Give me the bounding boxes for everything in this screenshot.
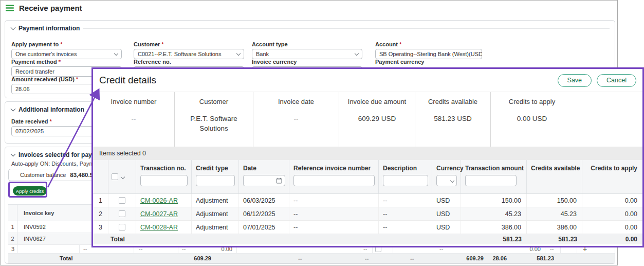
chevron-down-icon: [450, 179, 454, 183]
invoice-key-cell: INV0627: [17, 236, 46, 242]
credit-type-filter-input[interactable]: [196, 175, 235, 186]
page-title: Receive payment: [19, 4, 82, 12]
date-filter-input[interactable]: [243, 175, 285, 186]
invoices-table-total-row: Total 609.29 -- -- -- 609.29 28.06 581.2…: [8, 254, 615, 263]
credits-table-header: Transaction no. Credit type Date: [93, 160, 642, 194]
customer-field: Customer C0021--P.E.T. Software Solution…: [134, 41, 244, 59]
field-label: Account type: [252, 41, 362, 47]
modal-title: Credit details: [99, 75, 156, 86]
apply-payment-to-select[interactable]: One customer's invoices: [11, 49, 122, 59]
column-header: Credits to apply: [586, 165, 637, 172]
credit-details-modal: Credit details Save Cancel Invoice numbe…: [91, 67, 644, 247]
transaction-no-filter-input[interactable]: [140, 175, 188, 186]
screen: Receive payment Payment information Appl…: [0, 0, 644, 266]
invoice-key-cell: INV0592: [17, 224, 46, 230]
transaction-link[interactable]: CM-0026-AR: [140, 197, 178, 204]
transaction-link[interactable]: CM-0027-AR: [140, 210, 178, 218]
account-type-field: Account type Bank: [252, 41, 362, 59]
apply-credits-button[interactable]: Apply credits: [13, 186, 47, 196]
description-filter-input[interactable]: [383, 175, 428, 186]
summary-invoice-date: Invoice date --: [253, 92, 339, 147]
modal-titlebar: Credit details Save Cancel: [93, 69, 642, 92]
reference-invoice-filter-input[interactable]: [293, 175, 375, 186]
section-title: Payment information: [19, 25, 80, 32]
row-checkbox[interactable]: [119, 224, 125, 230]
credit-row: 1 CM-0026-AR Adjustment 06/03/2025 -- --…: [93, 194, 642, 207]
chevron-down-icon: [355, 51, 359, 55]
chevron-down-icon: [114, 51, 118, 55]
transaction-link[interactable]: CM-0028-AR: [140, 224, 178, 231]
section-divider: [83, 28, 610, 29]
credit-row: 2 CM-0027-AR Adjustment 06/12/2025 -- --…: [93, 207, 642, 221]
field-label: Customer: [134, 41, 244, 47]
customer-balance-label: Customer balance: [20, 172, 66, 178]
column-header: Credit type: [196, 165, 238, 172]
credits-total-row: Total 581.23 581.23 0.00: [93, 234, 642, 244]
column-header: Currency: [436, 165, 461, 172]
save-button[interactable]: Save: [558, 74, 592, 87]
credit-row: 3 CM-0028-AR Adjustment 07/01/2025 -- --…: [93, 221, 642, 234]
section-title: Additional information: [19, 106, 84, 113]
column-header: Description: [383, 165, 432, 172]
auto-apply-status: Auto-apply ON: Discounts, Payment: [11, 161, 102, 167]
field-label: Apply payment to: [11, 41, 122, 47]
app-header: Receive payment: [6, 4, 82, 12]
chevron-down-icon: [236, 51, 241, 55]
menu-icon[interactable]: [6, 5, 14, 11]
payment-information-toggle[interactable]: Payment information: [11, 25, 80, 32]
account-field: Account SB Operating--Sterling Bank (Wes…: [375, 41, 482, 59]
invoice-key-header: Invoice key: [17, 210, 54, 216]
summary-invoice-due-amount: Invoice due amount 609.29 USD: [339, 92, 415, 147]
field-label: Invoice currency: [252, 59, 362, 65]
field-label: Account: [375, 41, 482, 47]
summary-credits-available: Credits available 581.23 USD: [415, 92, 491, 147]
column-header: Transaction no.: [140, 165, 191, 172]
apply-payment-to-field: Apply payment to One customer's invoices: [11, 41, 122, 59]
row-checkbox[interactable]: [119, 210, 125, 217]
column-header: Credits available: [531, 165, 582, 172]
summary-credits-to-apply: Credits to apply 0.00 USD: [491, 92, 573, 147]
column-header: Transaction amount: [465, 165, 526, 172]
summary-customer: Customer P.E.T. Software Solutions: [175, 92, 253, 147]
row-checkbox[interactable]: [119, 197, 125, 204]
credits-to-apply-cell[interactable]: 0.00: [582, 194, 642, 207]
field-label: Payment method: [11, 59, 122, 65]
credit-summary: Invoice number -- Customer P.E.T. Softwa…: [93, 92, 642, 147]
transaction-amount-filter-input[interactable]: [465, 175, 517, 186]
currency-filter-select[interactable]: [436, 175, 457, 186]
chevron-down-icon: [11, 25, 16, 30]
customer-select[interactable]: C0021--P.E.T. Software Solutions: [134, 49, 244, 59]
credits-to-apply-cell[interactable]: 0.00: [582, 207, 642, 220]
chevron-down-icon: [11, 152, 16, 157]
calendar-icon[interactable]: [276, 178, 282, 184]
field-label: Payment currency: [375, 59, 482, 65]
account-type-select[interactable]: Bank: [252, 49, 362, 59]
select-all-checkbox[interactable]: [112, 173, 118, 180]
account-select[interactable]: SB Operating--Sterling Bank (West)(USD): [375, 49, 482, 59]
credits-to-apply-cell[interactable]: 0.00: [582, 221, 642, 234]
items-selected-bar: Items selected 0: [93, 147, 642, 160]
chevron-down-icon: [11, 107, 16, 112]
additional-information-toggle[interactable]: Additional information: [11, 106, 84, 113]
summary-invoice-number: Invoice number --: [93, 92, 175, 147]
chevron-down-icon[interactable]: [121, 174, 125, 179]
cancel-button[interactable]: Cancel: [597, 74, 636, 87]
column-header: Reference invoice number: [293, 165, 378, 172]
field-label: Reference no.: [134, 59, 244, 65]
column-header: Date: [243, 165, 289, 172]
